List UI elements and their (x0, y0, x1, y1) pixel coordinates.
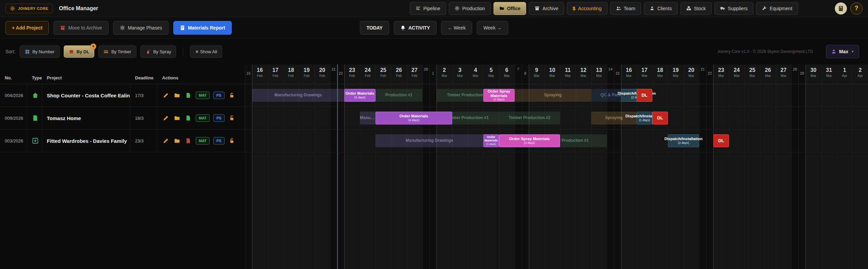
lock-button[interactable] (228, 137, 236, 145)
gantt-bar-order-materials[interactable]: Order Materials(1 days) (483, 134, 499, 147)
office-icon (499, 6, 504, 11)
day-header: 26Mar (760, 67, 776, 78)
office-manager-page: JOINERY CORE Office Manager PipelineProd… (0, 0, 868, 269)
sort-button-label: By Number (33, 49, 55, 54)
gantt-bar-manufacturing-drawings[interactable]: Manufacturing Drawings (360, 112, 375, 124)
gantt-bar-order-spray-materials[interactable]: Order Spray Materials(4 days) (499, 134, 560, 147)
project-deadline: 17/3 (135, 93, 143, 98)
column-header-type: Type (27, 75, 42, 84)
help-button[interactable]: ? (850, 2, 863, 15)
nav-archive[interactable]: Archive (529, 2, 564, 15)
nav-accounting[interactable]: $Accounting (567, 2, 607, 15)
day-header: 18Mar (652, 67, 668, 78)
nav-label: Office (507, 6, 521, 11)
pencil-icon (163, 115, 169, 121)
sort-by-timber-button[interactable]: By Timber (98, 45, 136, 58)
gantt-bar-order-materials[interactable]: Order Materials(4 days) (375, 112, 452, 124)
deadline-marker[interactable]: DL (713, 134, 729, 147)
calc-icon (837, 5, 844, 12)
gantt-bar-dispatch-installation[interactable]: Dispatch/Installation(2 days) (668, 134, 699, 147)
sort-buttons: By NumberBy DL✎By TimberBy Spray (20, 45, 176, 58)
top-bar: JOINERY CORE Office Manager PipelineProd… (0, 0, 868, 17)
gantt-bar-order-spray-materials[interactable]: Order Spray Materials(2 days) (483, 89, 515, 102)
accounting-icon: $ (573, 6, 575, 11)
weekend-day-label: 1 (429, 71, 437, 75)
edit-button[interactable] (162, 114, 170, 122)
document-button[interactable] (185, 137, 192, 145)
nav-label: Equipment (770, 6, 792, 11)
lock-button[interactable] (228, 92, 236, 99)
nav-clients[interactable]: Clients (644, 2, 678, 15)
top-icons: ? (835, 2, 863, 15)
folder-button[interactable] (173, 92, 181, 99)
project-deadline: 18/3 (135, 116, 143, 121)
gantt-bar-order-materials[interactable]: Order Materials(2 days) (344, 89, 375, 102)
app-logo[interactable]: JOINERY CORE (5, 4, 53, 13)
gantt-bar-production-1[interactable]: Production #1 (375, 89, 422, 102)
nav-suppliers[interactable]: Suppliers (714, 2, 753, 15)
nav-team[interactable]: Team (610, 2, 641, 15)
document-button[interactable] (185, 92, 192, 99)
week-forward-button[interactable]: Week → (477, 21, 508, 35)
gantt-row: Manufacturing DrawingsOrder Materials(2 … (245, 84, 868, 107)
show-all-button[interactable]: ✕ Show All (190, 45, 222, 58)
manage-phases-button[interactable]: Manage Phases (113, 21, 169, 35)
add-project-button[interactable]: + Add Project (5, 21, 49, 35)
sort-by-dl-button[interactable]: By DL✎ (64, 45, 95, 58)
nav-stock[interactable]: Stock (680, 2, 712, 15)
nav-equipment[interactable]: Equipment (756, 2, 798, 15)
house-icon (32, 92, 39, 99)
folder-button[interactable] (173, 137, 181, 145)
ps-button[interactable]: PS (213, 92, 225, 99)
mat-button[interactable]: MAT (196, 114, 210, 122)
week-back-button[interactable]: ← Week (441, 21, 472, 35)
sort-by-number-button[interactable]: By Number (20, 45, 60, 58)
sort-by-spray-button[interactable]: By Spray (140, 45, 176, 58)
deadline-marker[interactable]: DL (637, 89, 652, 102)
day-header: 17Feb (268, 67, 283, 78)
nav-office[interactable]: Office (494, 2, 526, 15)
mat-button[interactable]: MAT (196, 92, 210, 99)
bell-icon (400, 25, 406, 31)
project-number: 004/2026 (5, 93, 23, 98)
page-title: Office Manager (59, 5, 98, 12)
document-button[interactable] (185, 114, 192, 122)
table-row: 004/2026Shop Counter - Costa Coffee Eali… (0, 84, 245, 107)
gantt-bar-dispatch-installation[interactable]: Dispatch/Installation(1 days) (637, 112, 652, 124)
day-header: 27Feb (407, 67, 422, 78)
main-nav: PipelineProductionOfficeArchive$Accounti… (410, 2, 798, 15)
project-deadline: 23/3 (135, 138, 143, 143)
project-table: No.TypeProjectDeadlineActions 004/2026Sh… (0, 64, 245, 269)
calculator-button[interactable] (835, 2, 847, 15)
toolbar-left-group: + Add Project Move to Archive Manage Pha… (5, 21, 360, 35)
nav-pipeline[interactable]: Pipeline (410, 2, 446, 15)
mat-button[interactable]: MAT (196, 137, 210, 145)
report-icon (180, 25, 185, 31)
gantt-bar-spraying[interactable]: Spraying (515, 89, 591, 102)
move-to-archive-button[interactable]: Move to Archive (54, 21, 109, 35)
materials-report-button[interactable]: Materials Report (173, 21, 232, 35)
gantt-bar-manufacturing-drawings[interactable]: Manufacturing Drawings (252, 89, 344, 102)
edit-button[interactable] (162, 137, 170, 145)
day-header: 9Mar (529, 67, 544, 78)
folder-button[interactable] (173, 114, 181, 122)
user-menu[interactable]: Max ▼ (826, 45, 859, 58)
nav-label: Pipeline (423, 6, 440, 11)
edit-button[interactable] (162, 92, 170, 99)
weekend-day-label: 22 (706, 71, 713, 75)
project-number: 003/2026 (5, 138, 23, 143)
nav-production[interactable]: Production (449, 2, 491, 15)
day-header: 25Feb (375, 67, 391, 78)
day-header: 2Apr (852, 67, 868, 78)
pencil-badge: ✎ (90, 43, 96, 50)
divider (183, 47, 183, 56)
gantt-bar-manufacturing-drawings[interactable]: Manufacturing Drawings (375, 134, 483, 147)
ps-button[interactable]: PS (213, 114, 225, 122)
lock-button[interactable] (228, 114, 236, 122)
gantt-bar-timber-production-2[interactable]: Timber Production #2 (499, 112, 560, 124)
deadline-marker[interactable]: DL (652, 112, 668, 124)
today-button[interactable]: TODAY (360, 21, 389, 35)
ps-button[interactable]: PS (213, 137, 225, 145)
activity-button[interactable]: ACTIVITY (394, 21, 437, 35)
day-header: 25Mar (745, 67, 760, 78)
